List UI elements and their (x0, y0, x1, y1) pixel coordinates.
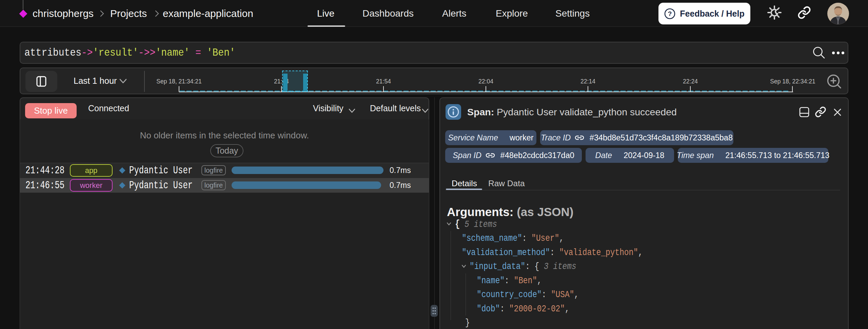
svg-text:?: ? (668, 10, 672, 17)
